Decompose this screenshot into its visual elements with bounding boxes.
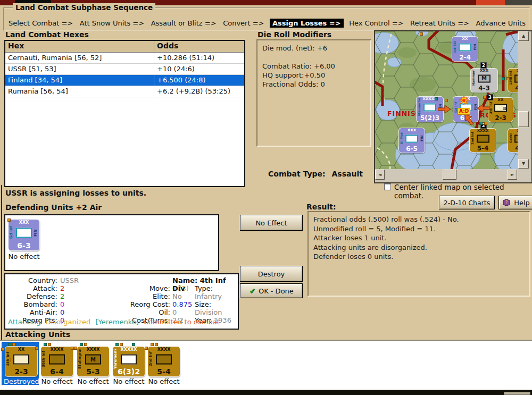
table-row[interactable]: Rumania [56, 54] +6.2 (+9.2B) (53:25) [5, 86, 244, 97]
map-horizontal-scrollbar[interactable]: ◄ ► [375, 169, 518, 180]
odds-cell[interactable]: +10 (24:6) [154, 64, 244, 74]
step-assault-or-blitz: Assault or Blitz => [150, 19, 218, 28]
hex-cell[interactable]: Finland [34, 54] [5, 75, 154, 86]
defending-units-panel: XXX Gd Inf FIN 6-3 No effect [4, 214, 219, 271]
status-pip-icon [155, 343, 158, 346]
step-hex-control: Hex Control => [348, 19, 404, 28]
combat-type: Combat Type: Assault [268, 170, 363, 178]
scroll-down-icon[interactable]: ▼ [518, 159, 529, 169]
combat-type-value: Assault [332, 170, 363, 178]
destroy-button[interactable]: Destroy [240, 266, 303, 282]
attacking-unit-stalingrad[interactable]: XXXX Stalingrad M 5-3 [77, 347, 109, 376]
defending-units-title: Defending Units +2 Air [5, 203, 102, 212]
status-pip-icon [80, 343, 83, 346]
map-unit-iii-mot[interactable]: XXX III Mot FIN 6-5 [399, 128, 425, 153]
status-pip-icon [132, 343, 135, 346]
status-attacking: Attacking [8, 318, 41, 326]
resize-grip[interactable] [504, 392, 530, 395]
odds-cell[interactable]: +6.500 (24:8) [154, 75, 244, 86]
infantry-symbol-icon [423, 104, 436, 112]
checkmark-icon: ✔ [249, 287, 255, 295]
subphase-steps: Select Combat => Att Snow Units => Assau… [7, 19, 527, 28]
country-label: Country: [10, 276, 57, 284]
map-unit-gorki[interactable]: XXX Gorki M 4-2 [508, 129, 518, 152]
militia-symbol-icon: M [85, 355, 101, 365]
attacking-unit-4th-inf-div[interactable]: XX 4th Inf Div 2-3 [5, 347, 37, 376]
map-unit-1st-ski-div[interactable]: XX 1st Ski Div FIN 2-4 [452, 37, 478, 61]
result-line: Attacking units are disorganized. [313, 243, 525, 253]
status-pip-icon [84, 343, 87, 346]
step-att-snow-units: Att Snow Units => [79, 19, 145, 28]
map-viewport[interactable]: FINNIS RO S XX 1st Ski Div FIN 2-4 XXX H… [375, 31, 518, 169]
hex-cell[interactable]: USSR [51, 53] [5, 64, 154, 74]
attack-value: 2 [60, 284, 79, 292]
attack-label: Attack: [10, 284, 57, 292]
map-unit-12th-inf[interactable]: XXX 12th Inf 4-4 [508, 69, 518, 92]
unit-status-line: Attacking Disorganized [Yeremenko] Commi… [8, 318, 222, 326]
scrollbar-corner [518, 169, 529, 180]
scroll-right-icon[interactable]: ► [508, 170, 517, 180]
no-effect-button[interactable]: No Effect [240, 215, 303, 231]
defense-label: Defense: [10, 292, 57, 300]
hq-support: HQ support:+0.50 [262, 71, 365, 80]
status-pip-icon [503, 107, 506, 110]
unit-status: No effect [111, 377, 146, 385]
step-assign-losses-active: Assign Losses => [270, 19, 344, 28]
unit-status: No effect [146, 377, 181, 385]
die-mod-net: Die mod. (net): +6 [262, 44, 365, 53]
attacking-unit-39th-inf[interactable]: XXXX 39th Inf 6-4 [41, 347, 73, 376]
infantry-symbol-icon [477, 135, 489, 142]
attack-arrow-icon [438, 105, 451, 113]
center-map-checkbox[interactable] [384, 183, 391, 190]
horizontal-scroll-thumb[interactable] [443, 170, 456, 180]
step-retreat-units: Retreat Units => [409, 19, 470, 28]
combat-ratio: Combat Ratio: +6.00 [262, 62, 365, 71]
map-unit-hammer[interactable]: XXX Hammer M 4-3 [471, 69, 497, 92]
scroll-left-icon[interactable]: ◄ [375, 170, 385, 180]
oil-label: Oil: [85, 308, 170, 316]
unit-status: Destroyed [4, 377, 39, 385]
hex-control-badge: 3 [487, 94, 493, 100]
status-pip-icon [44, 343, 47, 346]
explosion-icon [459, 96, 469, 105]
hex-cell[interactable]: Cernauti, Rumania [56, 52] [5, 53, 154, 63]
status-pip-icon [145, 347, 148, 350]
combat-hexes-table: Hex Odds Cernauti, Rumania [56, 52] +10.… [4, 40, 245, 187]
charts-button[interactable]: 2-D-10 Charts [439, 196, 495, 209]
status-pip-icon [435, 97, 438, 100]
result-title: Result: [306, 203, 336, 211]
type-line: Type: Infantry [195, 284, 238, 300]
map-unit-2nd-inf[interactable]: XXXX 2nd Inf 5-4 [470, 129, 496, 152]
table-row[interactable]: Cernauti, Rumania [56, 52] +10.286 (51:1… [5, 53, 244, 64]
combat-type-label: Combat Type: [268, 170, 326, 178]
odds-cell[interactable]: +6.2 (+9.2B) (53:25) [154, 86, 244, 97]
reorgcost-value: 0.875 [172, 300, 192, 308]
status-pip-icon [115, 343, 119, 346]
status-pip-icon [1, 348, 4, 351]
linked-map[interactable]: FINNIS RO S XX 1st Ski Div FIN 2-4 XXX H… [374, 30, 532, 183]
odds-cell[interactable]: +10.286 (51:14) [154, 53, 244, 63]
bombard-label: Bombard: [10, 300, 57, 308]
attacking-units-panel: XX 4th Inf Div 2-3 Destroyed XXXX 39th I… [0, 340, 532, 391]
attacking-unit-2nd-inf[interactable]: XXXX 2nd Inf 5-4 [148, 347, 180, 376]
map-vertical-scrollbar[interactable]: ▲ ▼ [518, 31, 529, 169]
ok-done-button[interactable]: ✔ OK - Done [240, 283, 303, 298]
combat-hexes-title: Land Combat Hexes [5, 30, 89, 39]
table-row-selected[interactable]: Finland [34, 54] +6.500 (24:8) [5, 75, 244, 86]
attacking-unit-yeremenko[interactable]: XXXXX Yeremenko 6(3)2 [113, 347, 145, 376]
map-unit-4th-inf-div[interactable]: XX 4th Inf Div 2-3 [488, 98, 513, 122]
hq-symbol-icon [121, 355, 137, 365]
bombard-value: 0 [60, 300, 79, 308]
hex-cell[interactable]: Rumania [56, 54] [5, 86, 154, 97]
scroll-up-icon[interactable]: ▲ [518, 31, 529, 41]
vertical-scroll-thumb[interactable] [518, 111, 529, 127]
infantry-symbol-icon [156, 355, 172, 365]
elite-label: Elite: [85, 292, 170, 300]
attack-arrow-icon [477, 104, 490, 112]
status-pip-icon [35, 347, 38, 350]
table-row[interactable]: USSR [51, 53] +10 (24:6) [5, 64, 244, 75]
status-disorganized: Disorganized [46, 318, 91, 326]
defending-unit-gd-inf[interactable]: XXX Gd Inf FIN 6-3 [9, 220, 39, 250]
help-button[interactable]: ? Help [498, 196, 532, 209]
country-value: USSR [60, 276, 79, 284]
